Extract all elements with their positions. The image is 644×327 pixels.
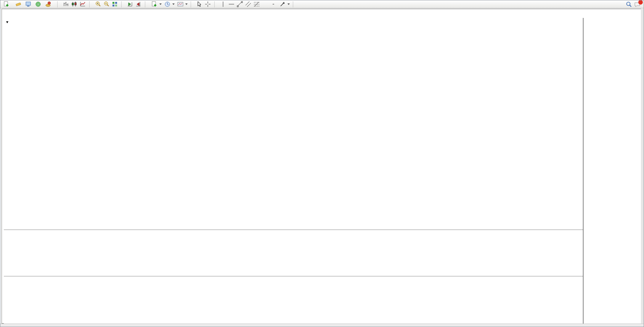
indicators-icon [151,1,158,7]
autotrading-icon [45,1,51,7]
text-icon[interactable] [262,1,268,7]
signal-orb-button[interactable] [33,1,43,8]
label-tool-glyph [273,4,274,5]
label-icon[interactable] [270,1,277,7]
zoom-in-icon[interactable] [95,1,101,7]
indicators-button[interactable] [149,1,162,8]
chevron-down-icon [287,3,290,5]
chevron-down-icon [172,3,175,5]
symbol-menu-icon[interactable] [6,21,8,23]
right-gutter [641,9,644,324]
toolbar-separator [214,2,217,7]
trendline-icon[interactable] [236,1,243,7]
toolbar-separator [121,2,124,7]
candlestick-chart-icon[interactable] [71,1,78,7]
search-icon[interactable] [625,2,632,8]
crosshair-icon[interactable] [204,1,211,7]
gold-crayon-button[interactable] [13,1,23,8]
price-axis[interactable] [583,18,644,327]
autotrading-button[interactable] [43,1,55,8]
monitor-icon [25,1,32,7]
channel-icon[interactable] [245,1,252,7]
toolbar-separator [89,2,92,7]
chat-icon[interactable] [634,2,641,8]
macd-panel-canvas[interactable] [4,230,583,276]
notification-badge [638,0,643,5]
toolbar-separator [145,2,148,7]
mt4-window [0,0,644,327]
vertical-line-icon[interactable] [220,1,226,7]
chart-region [2,9,643,324]
rsi-indicator-label [6,278,10,282]
chart-shift-icon[interactable] [135,1,142,7]
chevron-down-icon [159,3,162,5]
fibonacci-icon[interactable] [253,1,260,7]
macd-indicator-label [6,231,11,236]
rsi-panel-canvas[interactable] [4,277,583,325]
bar-chart-icon[interactable] [63,1,69,7]
new-order-button[interactable] [2,1,13,8]
toolbar-separator [57,2,60,7]
zoom-out-icon[interactable] [103,1,110,7]
toolbar [0,0,644,8]
gold-crayon-icon [15,1,22,7]
toolbar-separator [293,2,296,7]
monitor-button[interactable] [23,1,33,8]
arrows-icon [279,1,286,7]
main-chart-canvas[interactable] [4,18,583,230]
signal-orb-icon [35,1,42,7]
toolbar-separator [191,2,194,7]
new-order-icon [3,1,10,7]
chevron-down-icon [185,3,188,5]
horizontal-line-icon[interactable] [228,1,235,7]
clock-icon [164,1,171,7]
templates-button[interactable] [175,1,188,8]
auto-scroll-icon[interactable] [127,1,133,7]
tile-windows-icon[interactable] [111,1,118,7]
arrows-button[interactable] [278,1,291,8]
window-bottom-edge [0,324,644,327]
chart-title [6,19,18,24]
line-chart-icon[interactable] [79,1,86,7]
periods-button[interactable] [162,1,175,8]
template-icon [177,1,184,7]
cursor-icon[interactable] [196,1,203,7]
